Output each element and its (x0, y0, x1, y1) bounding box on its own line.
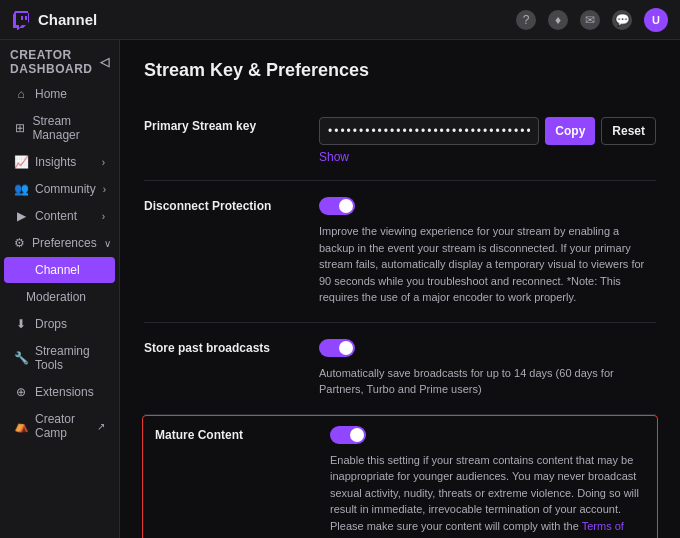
show-key-link[interactable]: Show (319, 150, 349, 164)
twitch-icon (12, 10, 32, 30)
topnav: Channel ? ♦ ✉ 💬 U (0, 0, 680, 40)
sidebar-section-header: CREATOR DASHBOARD ◁ (0, 40, 119, 80)
disconnect-protection-toggle[interactable] (319, 197, 355, 215)
sidebar-item-home[interactable]: ⌂ Home (4, 81, 115, 107)
sidebar-item-preferences[interactable]: ⚙ Preferences ∨ (4, 230, 115, 256)
setting-label: Disconnect Protection (144, 197, 299, 306)
brand-name: Channel (38, 11, 97, 28)
drops-icon: ⬇ (14, 317, 28, 331)
toggle-thumb (350, 428, 364, 442)
store-broadcasts-toggle[interactable] (319, 339, 355, 357)
brand-logo[interactable]: Channel (12, 10, 97, 30)
messages-icon[interactable]: 💬 (612, 10, 632, 30)
sidebar-item-insights[interactable]: 📈 Insights › (4, 149, 115, 175)
mature-content-toggle[interactable] (330, 426, 366, 444)
creator-camp-icon: ⛺ (14, 419, 28, 433)
toggle-track (330, 426, 366, 444)
sidebar-item-content[interactable]: ▶ Content › (4, 203, 115, 229)
sidebar-item-label: Extensions (35, 385, 94, 399)
topnav-icons: ? ♦ ✉ 💬 U (516, 8, 668, 32)
setting-desc: Improve the viewing experience for your … (319, 223, 656, 306)
preferences-icon: ⚙ (14, 236, 25, 250)
content-icon: ▶ (14, 209, 28, 223)
setting-content: Improve the viewing experience for your … (319, 197, 656, 306)
main-content: Stream Key & Preferences Primary Stream … (120, 40, 680, 538)
sidebar-item-community[interactable]: 👥 Community › (4, 176, 115, 202)
page-title: Stream Key & Preferences (144, 60, 656, 81)
sidebar-item-extensions[interactable]: ⊕ Extensions (4, 379, 115, 405)
sidebar-item-label: Streaming Tools (35, 344, 105, 372)
crown-icon[interactable]: ♦ (548, 10, 568, 30)
sidebar-item-channel[interactable]: Channel (4, 257, 115, 283)
sidebar-item-stream-manager[interactable]: ⊞ Stream Manager (4, 108, 115, 148)
setting-desc: Enable this setting if your stream conta… (330, 452, 645, 539)
sidebar-collapse-icon[interactable]: ◁ (100, 55, 110, 69)
sidebar-item-moderation[interactable]: Moderation (4, 284, 115, 310)
sidebar: CREATOR DASHBOARD ◁ ⌂ Home ⊞ Stream Mana… (0, 40, 120, 538)
setting-label: Mature Content (155, 426, 310, 539)
svg-rect-0 (25, 16, 27, 20)
layout: CREATOR DASHBOARD ◁ ⌂ Home ⊞ Stream Mana… (0, 40, 680, 538)
sidebar-item-streaming-tools[interactable]: 🔧 Streaming Tools (4, 338, 115, 378)
setting-row-primary-stream-key: Primary Stream key Copy Reset Show (144, 101, 656, 181)
toggle-thumb (339, 341, 353, 355)
community-icon: 👥 (14, 182, 28, 196)
notifications-icon[interactable]: ✉ (580, 10, 600, 30)
chevron-right-icon: › (103, 184, 106, 195)
sidebar-item-label: Community (35, 182, 96, 196)
svg-rect-1 (21, 16, 23, 20)
stream-key-input[interactable] (319, 117, 539, 145)
toggle-track (319, 339, 355, 357)
extensions-icon: ⊕ (14, 385, 28, 399)
stream-key-row: Copy Reset (319, 117, 656, 145)
sidebar-item-label: Home (35, 87, 67, 101)
sidebar-item-label: Insights (35, 155, 76, 169)
setting-row-disconnect-protection: Disconnect Protection Improve the viewin… (144, 181, 656, 323)
sidebar-item-label: Drops (35, 317, 67, 331)
setting-content: Copy Reset Show (319, 117, 656, 164)
sidebar-item-label: Preferences (32, 236, 97, 250)
toggle-track (319, 197, 355, 215)
sidebar-item-drops[interactable]: ⬇ Drops (4, 311, 115, 337)
reset-button[interactable]: Reset (601, 117, 656, 145)
setting-row-mature-content: Mature Content Enable this setting if yo… (142, 415, 658, 539)
stream-manager-icon: ⊞ (14, 121, 25, 135)
sidebar-item-label: Creator Camp (35, 412, 90, 440)
setting-label: Store past broadcasts (144, 339, 299, 398)
copy-button[interactable]: Copy (545, 117, 595, 145)
setting-desc: Automatically save broadcasts for up to … (319, 365, 656, 398)
chevron-right-icon: › (102, 211, 105, 222)
external-link-icon: ↗ (97, 421, 105, 432)
streaming-tools-icon: 🔧 (14, 351, 28, 365)
insights-icon: 📈 (14, 155, 28, 169)
toggle-thumb (339, 199, 353, 213)
home-icon: ⌂ (14, 87, 28, 101)
sidebar-item-label: Channel (35, 263, 80, 277)
sidebar-item-label: Content (35, 209, 77, 223)
sidebar-item-label: Stream Manager (32, 114, 105, 142)
setting-row-store-past-broadcasts: Store past broadcasts Automatically save… (144, 323, 656, 415)
setting-content: Automatically save broadcasts for up to … (319, 339, 656, 398)
dashboard-label: CREATOR DASHBOARD (10, 48, 100, 76)
setting-label: Primary Stream key (144, 117, 299, 164)
avatar[interactable]: U (644, 8, 668, 32)
help-icon[interactable]: ? (516, 10, 536, 30)
chevron-down-icon: ∨ (104, 238, 111, 249)
sidebar-item-label: Moderation (26, 290, 86, 304)
sidebar-item-creator-camp[interactable]: ⛺ Creator Camp ↗ (4, 406, 115, 446)
setting-content: Enable this setting if your stream conta… (330, 426, 645, 539)
chevron-right-icon: › (102, 157, 105, 168)
